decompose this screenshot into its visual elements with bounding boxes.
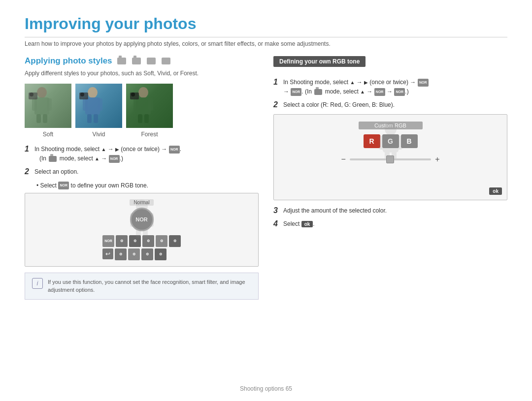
info-text: If you use this function, you cannot set… xyxy=(48,278,251,294)
nor-icon-r1d: NOR xyxy=(394,88,405,96)
svg-point-7 xyxy=(30,93,33,96)
svg-rect-21 xyxy=(144,114,149,123)
back-button[interactable]: ↩ xyxy=(102,248,113,259)
svg-point-30 xyxy=(385,123,397,135)
step-r3-text: Adjust the amount of the selected color. xyxy=(283,206,387,216)
rgb-section-title: Defining your own RGB tone xyxy=(273,56,366,67)
photo-forest xyxy=(126,84,173,128)
svg-rect-20 xyxy=(138,114,142,123)
svg-rect-12 xyxy=(87,114,92,123)
slider-plus-icon: + xyxy=(435,155,439,164)
color-slider[interactable]: − + xyxy=(341,155,440,164)
svg-rect-13 xyxy=(94,114,98,123)
svg-point-24 xyxy=(136,200,148,213)
page-subtitle: Learn how to improve your photos by appl… xyxy=(25,40,507,47)
svg-rect-19 xyxy=(148,98,153,111)
nor-icon-step1: NOR xyxy=(169,146,180,154)
mini-icon-5: ⚙ xyxy=(169,235,181,247)
svg-point-8 xyxy=(88,87,98,98)
section-title-text: Applying photo styles xyxy=(25,56,112,66)
step-3-right: 3 Adjust the amount of the selected colo… xyxy=(273,206,507,216)
section-description: Apply different styles to your photos, s… xyxy=(25,69,259,78)
step-r2-num: 2 xyxy=(273,100,280,109)
svg-rect-31 xyxy=(383,135,399,153)
step-4-right: 4 Select ok. xyxy=(273,219,507,229)
right-column: Defining your own RGB tone 1 In Shooting… xyxy=(273,56,507,300)
photo-soft xyxy=(25,84,71,128)
bullet-rgb: • Select NOR to define your own RGB tone… xyxy=(25,181,259,190)
svg-rect-2 xyxy=(32,98,37,111)
step-1-right: 1 In Shooting mode, select ▲ → ▶ (once o… xyxy=(273,78,507,96)
icon-row-bottom: ↩ ⚙ ⚙ ⚙ ⚙ xyxy=(102,248,181,260)
mini-icon-7: ⚙ xyxy=(128,248,140,260)
label-forest: Forest xyxy=(126,131,173,138)
svg-point-16 xyxy=(138,87,148,98)
nor-icon-r1: NOR xyxy=(418,79,429,87)
step-number-2: 2 xyxy=(25,167,32,176)
photo-examples-row xyxy=(25,84,259,128)
camera-ui-preview: Normal NOR NOR ⚙ ⚙ ⚙ ⚙ ⚙ ↩ xyxy=(25,193,259,267)
svg-rect-25 xyxy=(134,212,150,230)
ok-label-inline: ok xyxy=(301,221,313,227)
svg-rect-29 xyxy=(143,229,148,238)
mini-icon-6: ⚙ xyxy=(115,248,127,260)
step-1-text: In Shooting mode, select ▲ → ▶ (once or … xyxy=(34,145,181,163)
svg-point-0 xyxy=(37,87,47,98)
step-1-left: 1 In Shooting mode, select ▲ → ▶ (once o… xyxy=(25,145,259,163)
svg-rect-3 xyxy=(47,98,52,111)
svg-rect-10 xyxy=(83,98,88,111)
mini-icon-8: ⚙ xyxy=(141,248,153,260)
slider-minus-icon: − xyxy=(341,155,346,164)
step-2-text: Select an option. xyxy=(34,167,78,177)
nor-icon-inline: NOR xyxy=(109,155,120,163)
left-column: Applying photo styles Apply different st… xyxy=(25,56,259,300)
svg-rect-4 xyxy=(36,114,41,123)
svg-rect-26 xyxy=(130,213,136,227)
svg-rect-32 xyxy=(379,136,385,150)
nor-icon-r1b: NOR xyxy=(291,88,301,96)
nor-bullet-icon: NOR xyxy=(58,182,69,189)
svg-point-15 xyxy=(80,93,84,96)
camera-icon-2 xyxy=(132,58,141,64)
scene-icon xyxy=(162,58,170,64)
photo-labels-row: Soft Vivid Forest xyxy=(25,131,259,138)
nor-icon-r1c: NOR xyxy=(374,88,385,96)
svg-rect-11 xyxy=(98,98,102,111)
step-2-right: 2 Select a color (R: Red, G: Green, B: B… xyxy=(273,100,507,110)
page-footer: Shooting options 65 xyxy=(0,385,532,392)
section-title-applying: Applying photo styles xyxy=(25,56,259,66)
label-vivid: Vivid xyxy=(75,131,122,138)
info-box: i If you use this function, you cannot s… xyxy=(25,273,259,300)
person-vivid-svg xyxy=(75,84,110,123)
step-r1-text: In Shooting mode, select ▲ → ▶ (once or … xyxy=(283,78,429,96)
svg-rect-28 xyxy=(136,229,141,238)
step-2-left: 2 Select an option. xyxy=(25,167,259,177)
step-r4-text: Select ok. xyxy=(283,219,315,229)
mini-icon-nor: NOR xyxy=(102,235,114,247)
step-r4-num: 4 xyxy=(273,219,280,228)
page-title: Improving your photos xyxy=(25,15,507,37)
photo-vivid xyxy=(75,84,122,128)
svg-point-23 xyxy=(131,93,135,96)
ok-button[interactable]: ok xyxy=(489,187,502,195)
slider-thumb[interactable] xyxy=(386,155,394,163)
two-column-layout: Applying photo styles Apply different st… xyxy=(25,56,507,300)
camera-icon-1 xyxy=(117,58,126,64)
video-icon xyxy=(147,58,156,64)
page-container: Improving your photos Learn how to impro… xyxy=(0,0,532,401)
step-r3-num: 3 xyxy=(273,206,280,215)
step-r2-text: Select a color (R: Red, G: Green, B: Blu… xyxy=(283,100,395,110)
mini-icon-9: ⚙ xyxy=(155,248,166,260)
svg-rect-33 xyxy=(397,136,402,150)
svg-rect-5 xyxy=(43,114,47,123)
info-icon: i xyxy=(32,278,43,289)
cam-icon-r1 xyxy=(314,89,322,95)
silhouette-bg xyxy=(122,198,162,240)
svg-rect-27 xyxy=(148,213,154,227)
person-forest-svg xyxy=(126,84,161,123)
step-r1-num: 1 xyxy=(273,78,280,87)
slider-track xyxy=(350,158,431,160)
label-soft: Soft xyxy=(25,131,71,138)
person-soft-svg xyxy=(25,84,59,123)
rgb-preview-box: Custom RGB R G B − + ok xyxy=(273,114,507,200)
